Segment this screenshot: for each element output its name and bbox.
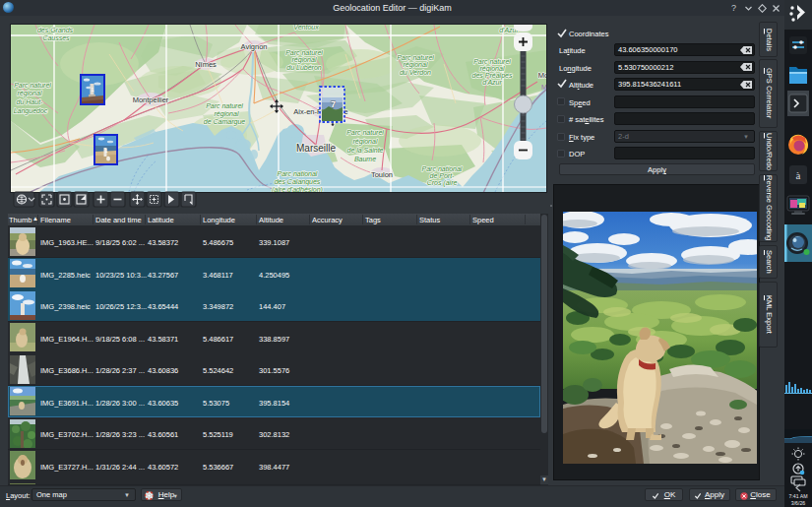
svg-text:à: à (796, 169, 801, 181)
svg-text:7:41 AM: 7:41 AM (788, 493, 807, 499)
svg-text:3/6/26: 3/6/26 (791, 500, 806, 506)
